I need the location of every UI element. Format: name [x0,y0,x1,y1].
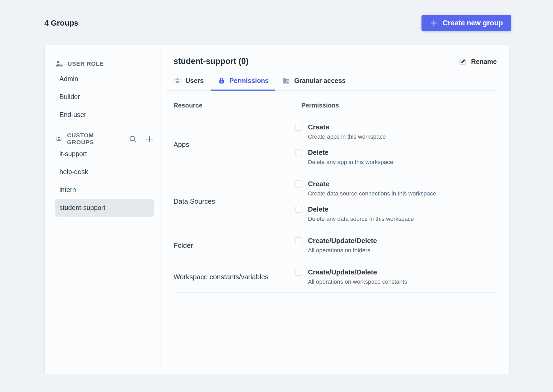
resource-name: Workspace constants/variables [174,268,295,286]
sidebar-item-help-desk[interactable]: help-desk [55,163,154,181]
permission-description: All operations on workspace constants [308,278,497,286]
groups-settings-screen: 4 Groups Create new group [0,0,553,392]
permission-checkbox[interactable] [295,269,302,276]
user-role-section-header: USER ROLE [55,58,154,70]
sidebar-item-admin[interactable]: Admin [55,70,154,88]
custom-groups-section-header: CUSTOM GROUPS [55,133,154,145]
page-title: 4 Groups [44,19,78,27]
permission-row: Folder Create/Update/Delete All operatio… [174,230,497,261]
custom-groups-list: it-support help-desk intern student-supp… [55,145,154,217]
permission-label: Delete [308,148,329,157]
permission-item: Create/Update/Delete All operations on f… [295,237,497,254]
groups-sidebar: USER ROLE Admin Builder End-user [45,45,161,374]
permission-list: Create/Update/Delete All operations on w… [295,268,497,286]
sidebar-item-end-user[interactable]: End-user [55,106,154,124]
top-bar: 4 Groups Create new group [44,12,511,34]
permission-item: Delete Delete any data source in this wo… [295,205,497,223]
permission-item: Create Create data source connections in… [295,180,497,197]
permission-label: Create [308,123,329,131]
user-role-section: USER ROLE Admin Builder End-user [55,58,154,124]
tab-granular-access[interactable]: Granular access [275,74,353,90]
permission-checkbox[interactable] [295,149,302,156]
rename-button[interactable]: Rename [459,58,497,66]
sidebar-group-item-label: help-desk [59,168,88,176]
sidebar-item-it-support[interactable]: it-support [55,145,154,163]
permission-label: Create/Update/Delete [308,237,377,245]
sidebar-group-item-label: student-support [59,204,105,212]
user-role-icon [55,60,63,68]
tab-bar: Users Permissions Granular access [167,74,497,91]
permission-description: Delete any data source in this workspace [308,216,497,223]
permission-list: Create Create apps in this workspace Del… [295,123,497,166]
permissions-table-body: Apps Create Create apps in this workspac… [174,116,497,293]
permission-checkbox[interactable] [295,206,302,213]
permission-item: Create/Update/Delete All operations on w… [295,268,497,286]
group-detail-panel: student-support (0) Rename Users Permiss… [161,45,509,374]
custom-groups-icon [55,135,63,143]
group-management-card: USER ROLE Admin Builder End-user [44,45,510,374]
permission-label: Create/Update/Delete [308,268,377,276]
sidebar-group-item-label: Admin [59,75,78,83]
group-title: student-support (0) [174,57,249,66]
permission-description: All operations on folders [308,247,497,254]
permissions-table-header: Resource Permissions [174,100,497,116]
resource-name: Apps [174,123,295,166]
resource-name: Data Sources [174,180,295,223]
permission-list: Create Create data source connections in… [295,180,497,223]
permission-item: Delete Delete any app in this workspace [295,148,497,166]
user-role-list: Admin Builder End-user [55,70,154,124]
user-role-section-title: USER ROLE [68,60,104,67]
create-new-group-label: Create new group [443,19,503,27]
plus-icon [430,19,438,27]
custom-groups-section-title: CUSTOM GROUPS [67,132,119,146]
sidebar-group-item-label: it-support [59,150,87,158]
tab-users[interactable]: Users [167,74,211,90]
sidebar-group-item-label: Builder [59,93,80,101]
lock-icon [218,77,226,85]
sidebar-item-builder[interactable]: Builder [55,88,154,106]
tab-label: Users [185,77,204,85]
tab-label: Permissions [229,77,269,85]
sidebar-item-intern[interactable]: intern [55,181,154,199]
search-icon[interactable] [128,135,137,143]
folder-user-icon [282,77,290,85]
resource-name: Folder [174,237,295,254]
tab-label: Granular access [294,77,346,85]
permission-label: Create [308,180,329,188]
permission-row: Apps Create Create apps in this workspac… [174,116,497,173]
permission-description: Create apps in this workspace [308,133,497,141]
tab-permissions[interactable]: Permissions [211,74,276,90]
permission-list: Create/Update/Delete All operations on f… [295,237,497,254]
add-group-icon[interactable] [145,135,154,143]
permission-row: Workspace constants/variables Create/Upd… [174,261,497,293]
permission-description: Delete any app in this workspace [308,159,497,166]
permission-item: Create Create apps in this workspace [295,123,497,141]
sidebar-item-student-support[interactable]: student-support [55,199,154,217]
edit-icon [459,58,467,66]
users-icon [174,77,181,85]
rename-label: Rename [471,58,497,66]
permissions-column-header: Permissions [295,102,497,109]
permission-description: Create data source connections in this w… [308,190,497,197]
permission-row: Data Sources Create Create data source c… [174,173,497,230]
permission-checkbox[interactable] [295,237,302,244]
resource-column-header: Resource [174,102,295,109]
sidebar-group-item-label: intern [59,186,76,194]
permission-checkbox[interactable] [295,124,302,131]
create-new-group-button[interactable]: Create new group [421,15,511,31]
panel-header: student-support (0) Rename [174,57,497,66]
permission-checkbox[interactable] [295,180,302,188]
sidebar-group-item-label: End-user [59,111,86,119]
custom-groups-section: CUSTOM GROUPS it-support help-desk inter… [55,133,154,217]
permission-label: Delete [308,205,329,213]
